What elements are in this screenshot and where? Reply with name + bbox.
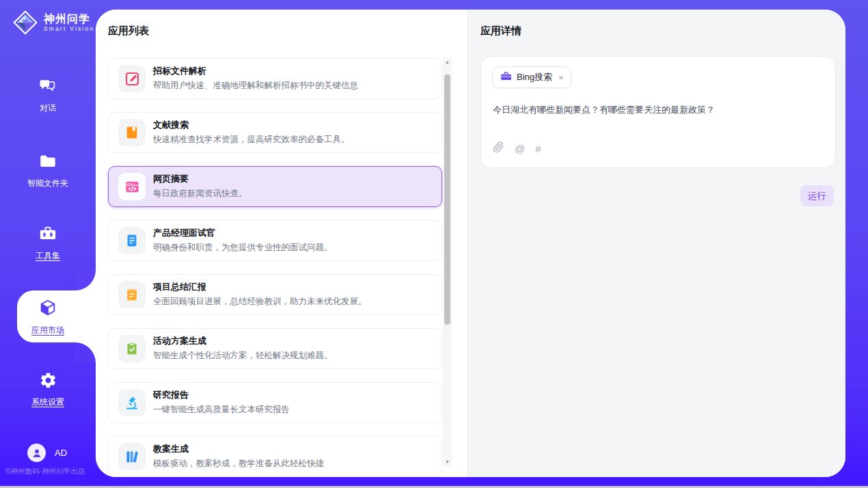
list-item[interactable]: 研究报告一键智能生成高质量长文本研究报告 [108,382,442,423]
sidebar-item-label: 应用市场 [0,325,96,336]
app-desc: 一键智能生成高质量长文本研究报告 [153,404,290,416]
app-title: 研究报告 [153,390,290,401]
sidebar-item-chat[interactable]: 对话 [0,77,96,114]
scrollbar-thumb[interactable] [444,74,450,325]
list-item[interactable]: 文献搜索快速精准查找学术资源，提高研究效率的必备工具。 [108,112,442,153]
copyright-footer: ©神州数码·神州问学出品 [5,467,85,476]
app-detail-title: 应用详情 [468,10,845,38]
app-title: 项目总结汇报 [153,282,367,293]
app-desc: 模板驱动，教案秒成，教学准备从此轻松快捷 [153,458,324,470]
user-name: AD [55,448,67,458]
brand-logo: 神州问学 Smart Vision [12,10,94,36]
paperclip-icon[interactable] [493,141,504,155]
list-scrollbar[interactable]: ▲ ▼ [443,57,452,466]
hash-icon[interactable]: # [535,143,541,154]
app-title: 教案生成 [153,444,324,455]
sidebar-item-toolbox[interactable]: 工具集 [0,224,96,262]
chat-icon [38,77,57,97]
prompt-card: Bing搜索 × 今日湖北有哪些新闻要点？有哪些需要关注的最新政策？ @# [480,56,836,168]
app-desc: 快速精准查找学术资源，提高研究效率的必备工具。 [153,134,350,146]
sidebar-item-label: 智能文件夹 [0,178,96,189]
main-content-shell: 应用列表 招标文件解析帮助用户快速、准确地理解和解析招标书中的关键信息文献搜索快… [96,10,845,477]
user-account[interactable]: AD [27,444,67,462]
brand-name: 神州问学 [44,13,94,25]
app-title: 招标文件解析 [153,66,358,77]
app-desc: 帮助用户快速、准确地理解和解析招标书中的关键信息 [153,80,358,92]
resume-icon [118,227,146,254]
app-list: 招标文件解析帮助用户快速、准确地理解和解析招标书中的关键信息文献搜索快速精准查找… [108,58,442,477]
toolbox-icon [38,224,57,245]
sidebar: 神州问学 Smart Vision 对话智能文件夹工具集应用市场系统设置 AD … [0,0,96,488]
attachment-toolbar: @# [493,141,541,155]
sidebar-item-label: 对话 [0,103,96,114]
app-title: 活动方案生成 [153,336,333,347]
app-desc: 明确身份和职责，为您提供专业性的面试问题。 [153,242,333,254]
microscope-icon [118,389,146,416]
scroll-up-icon[interactable]: ▲ [443,57,452,66]
books-icon [118,443,146,470]
active-tab-curve-bottom [75,342,96,363]
folder-icon [38,152,57,172]
app-title: 文献搜索 [153,120,350,131]
sidebar-item-cube[interactable]: 应用市场 [0,299,96,336]
close-icon[interactable]: × [557,72,564,83]
diamond-logo-icon [12,10,38,36]
scroll-down-icon[interactable]: ▼ [443,457,452,466]
browser-code-icon [118,173,146,200]
list-item[interactable]: 教案生成模板驱动，教案秒成，教学准备从此轻松快捷 [108,436,442,477]
app-desc: 全面回顾项目进展，总结经验教训，助力未来优化发展。 [153,296,367,308]
app-desc: 智能生成个性化活动方案，轻松解决规划难题。 [153,350,333,362]
book-icon [118,119,146,146]
avatar[interactable] [27,444,46,462]
document-edit-icon [118,65,146,92]
list-item[interactable]: 项目总结汇报全面回顾项目进展，总结经验教训，助力未来优化发展。 [108,274,442,315]
briefcase-icon [500,70,512,85]
clipboard-check-icon [118,335,146,362]
brand-subtitle: Smart Vision [44,26,94,32]
sidebar-item-label: 系统设置 [0,396,96,408]
active-tab-curve-top [75,270,96,290]
app-desc: 每日政府新闻资讯快查。 [153,188,247,200]
run-button[interactable]: 运行 [800,185,834,206]
sidebar-item-folder[interactable]: 智能文件夹 [0,152,96,189]
app-title: 产品经理面试官 [153,228,333,239]
list-item[interactable]: 网页摘要每日政府新闻资讯快查。 [108,166,442,207]
note-icon [118,281,146,308]
sidebar-item-label: 工具集 [0,250,96,262]
sidebar-item-gear[interactable]: 系统设置 [0,371,96,408]
cube-icon [38,299,57,319]
at-sign-icon[interactable]: @ [515,143,525,154]
list-item[interactable]: 活动方案生成智能生成个性化活动方案，轻松解决规划难题。 [108,328,442,369]
app-detail-panel: 应用详情 Bing搜索 × 今日湖北有哪些新闻要点？有哪些需要关注的最新政策？ … [467,10,845,477]
query-input[interactable]: 今日湖北有哪些新闻要点？有哪些需要关注的最新政策？ [493,103,821,117]
app-title: 网页摘要 [153,174,247,185]
gear-icon [39,371,57,392]
list-item[interactable]: 招标文件解析帮助用户快速、准确地理解和解析招标书中的关键信息 [108,58,442,99]
app-list-title: 应用列表 [96,10,467,38]
person-icon [31,447,43,459]
tool-chip-label: Bing搜索 [517,71,552,83]
app-list-panel: 应用列表 招标文件解析帮助用户快速、准确地理解和解析招标书中的关键信息文献搜索快… [96,10,467,477]
list-item[interactable]: 产品经理面试官明确身份和职责，为您提供专业性的面试问题。 [108,220,442,261]
tool-chip-bing-search[interactable]: Bing搜索 × [492,66,571,88]
